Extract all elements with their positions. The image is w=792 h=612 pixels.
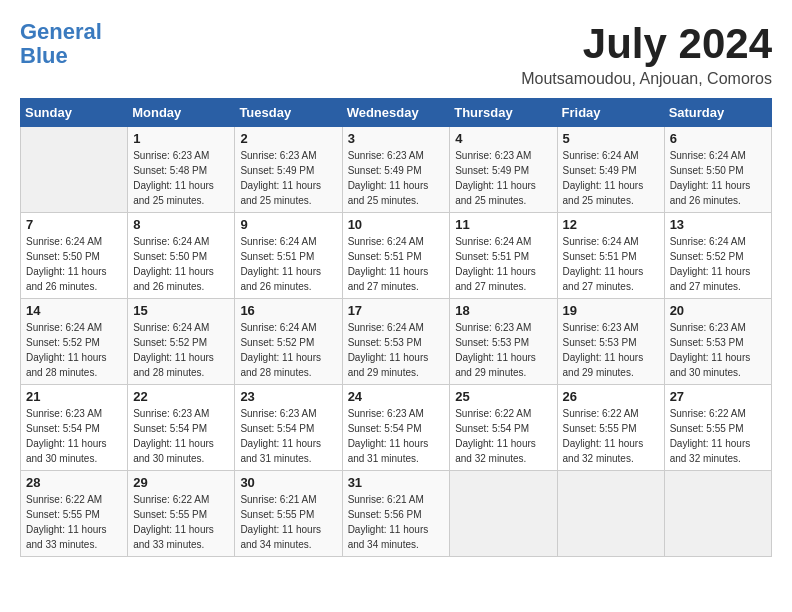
header-row: SundayMondayTuesdayWednesdayThursdayFrid… xyxy=(21,99,772,127)
calendar-cell: 2 Sunrise: 6:23 AMSunset: 5:49 PMDayligh… xyxy=(235,127,342,213)
day-info: Sunrise: 6:23 AMSunset: 5:48 PMDaylight:… xyxy=(133,148,229,208)
calendar-cell: 29 Sunrise: 6:22 AMSunset: 5:55 PMDaylig… xyxy=(128,471,235,557)
day-info: Sunrise: 6:22 AMSunset: 5:55 PMDaylight:… xyxy=(133,492,229,552)
calendar-cell: 11 Sunrise: 6:24 AMSunset: 5:51 PMDaylig… xyxy=(450,213,557,299)
day-info: Sunrise: 6:24 AMSunset: 5:51 PMDaylight:… xyxy=(348,234,445,294)
day-info: Sunrise: 6:23 AMSunset: 5:54 PMDaylight:… xyxy=(133,406,229,466)
day-number: 12 xyxy=(563,217,659,232)
calendar-cell: 25 Sunrise: 6:22 AMSunset: 5:54 PMDaylig… xyxy=(450,385,557,471)
day-info: Sunrise: 6:23 AMSunset: 5:54 PMDaylight:… xyxy=(348,406,445,466)
day-number: 16 xyxy=(240,303,336,318)
day-header-monday: Monday xyxy=(128,99,235,127)
calendar-cell: 26 Sunrise: 6:22 AMSunset: 5:55 PMDaylig… xyxy=(557,385,664,471)
day-number: 22 xyxy=(133,389,229,404)
day-info: Sunrise: 6:21 AMSunset: 5:55 PMDaylight:… xyxy=(240,492,336,552)
day-number: 26 xyxy=(563,389,659,404)
day-info: Sunrise: 6:23 AMSunset: 5:49 PMDaylight:… xyxy=(240,148,336,208)
calendar-cell: 12 Sunrise: 6:24 AMSunset: 5:51 PMDaylig… xyxy=(557,213,664,299)
day-number: 13 xyxy=(670,217,766,232)
day-number: 1 xyxy=(133,131,229,146)
day-number: 18 xyxy=(455,303,551,318)
day-header-wednesday: Wednesday xyxy=(342,99,450,127)
day-number: 20 xyxy=(670,303,766,318)
day-info: Sunrise: 6:23 AMSunset: 5:49 PMDaylight:… xyxy=(455,148,551,208)
calendar-cell: 7 Sunrise: 6:24 AMSunset: 5:50 PMDayligh… xyxy=(21,213,128,299)
day-number: 5 xyxy=(563,131,659,146)
day-number: 29 xyxy=(133,475,229,490)
day-info: Sunrise: 6:24 AMSunset: 5:52 PMDaylight:… xyxy=(670,234,766,294)
day-number: 6 xyxy=(670,131,766,146)
location: Moutsamoudou, Anjouan, Comoros xyxy=(521,70,772,88)
day-number: 17 xyxy=(348,303,445,318)
calendar-cell: 21 Sunrise: 6:23 AMSunset: 5:54 PMDaylig… xyxy=(21,385,128,471)
week-row-5: 28 Sunrise: 6:22 AMSunset: 5:55 PMDaylig… xyxy=(21,471,772,557)
calendar-cell: 3 Sunrise: 6:23 AMSunset: 5:49 PMDayligh… xyxy=(342,127,450,213)
calendar-cell xyxy=(664,471,771,557)
calendar-cell: 28 Sunrise: 6:22 AMSunset: 5:55 PMDaylig… xyxy=(21,471,128,557)
day-number: 2 xyxy=(240,131,336,146)
week-row-3: 14 Sunrise: 6:24 AMSunset: 5:52 PMDaylig… xyxy=(21,299,772,385)
day-number: 9 xyxy=(240,217,336,232)
day-number: 21 xyxy=(26,389,122,404)
day-header-thursday: Thursday xyxy=(450,99,557,127)
logo-text: General Blue xyxy=(20,20,102,68)
day-header-friday: Friday xyxy=(557,99,664,127)
calendar-cell: 27 Sunrise: 6:22 AMSunset: 5:55 PMDaylig… xyxy=(664,385,771,471)
day-number: 8 xyxy=(133,217,229,232)
calendar-cell: 31 Sunrise: 6:21 AMSunset: 5:56 PMDaylig… xyxy=(342,471,450,557)
calendar-cell xyxy=(21,127,128,213)
day-info: Sunrise: 6:23 AMSunset: 5:54 PMDaylight:… xyxy=(26,406,122,466)
calendar-cell: 16 Sunrise: 6:24 AMSunset: 5:52 PMDaylig… xyxy=(235,299,342,385)
day-number: 28 xyxy=(26,475,122,490)
day-number: 24 xyxy=(348,389,445,404)
day-header-saturday: Saturday xyxy=(664,99,771,127)
month-title: July 2024 xyxy=(521,20,772,68)
calendar-cell: 13 Sunrise: 6:24 AMSunset: 5:52 PMDaylig… xyxy=(664,213,771,299)
calendar-cell: 17 Sunrise: 6:24 AMSunset: 5:53 PMDaylig… xyxy=(342,299,450,385)
calendar-cell: 15 Sunrise: 6:24 AMSunset: 5:52 PMDaylig… xyxy=(128,299,235,385)
calendar-cell: 14 Sunrise: 6:24 AMSunset: 5:52 PMDaylig… xyxy=(21,299,128,385)
day-info: Sunrise: 6:23 AMSunset: 5:53 PMDaylight:… xyxy=(670,320,766,380)
calendar-cell: 10 Sunrise: 6:24 AMSunset: 5:51 PMDaylig… xyxy=(342,213,450,299)
day-info: Sunrise: 6:24 AMSunset: 5:50 PMDaylight:… xyxy=(670,148,766,208)
calendar-cell xyxy=(557,471,664,557)
day-info: Sunrise: 6:24 AMSunset: 5:50 PMDaylight:… xyxy=(133,234,229,294)
calendar-cell: 18 Sunrise: 6:23 AMSunset: 5:53 PMDaylig… xyxy=(450,299,557,385)
calendar-cell xyxy=(450,471,557,557)
calendar-cell: 1 Sunrise: 6:23 AMSunset: 5:48 PMDayligh… xyxy=(128,127,235,213)
calendar-cell: 6 Sunrise: 6:24 AMSunset: 5:50 PMDayligh… xyxy=(664,127,771,213)
logo-general: General xyxy=(20,19,102,44)
calendar-cell: 22 Sunrise: 6:23 AMSunset: 5:54 PMDaylig… xyxy=(128,385,235,471)
calendar-cell: 24 Sunrise: 6:23 AMSunset: 5:54 PMDaylig… xyxy=(342,385,450,471)
day-number: 3 xyxy=(348,131,445,146)
day-info: Sunrise: 6:23 AMSunset: 5:53 PMDaylight:… xyxy=(563,320,659,380)
day-info: Sunrise: 6:24 AMSunset: 5:52 PMDaylight:… xyxy=(240,320,336,380)
page-header: General Blue July 2024 Moutsamoudou, Anj… xyxy=(20,20,772,88)
day-number: 27 xyxy=(670,389,766,404)
day-info: Sunrise: 6:24 AMSunset: 5:51 PMDaylight:… xyxy=(563,234,659,294)
day-number: 19 xyxy=(563,303,659,318)
day-info: Sunrise: 6:24 AMSunset: 5:51 PMDaylight:… xyxy=(455,234,551,294)
day-number: 30 xyxy=(240,475,336,490)
day-info: Sunrise: 6:21 AMSunset: 5:56 PMDaylight:… xyxy=(348,492,445,552)
day-number: 10 xyxy=(348,217,445,232)
day-number: 4 xyxy=(455,131,551,146)
title-block: July 2024 Moutsamoudou, Anjouan, Comoros xyxy=(521,20,772,88)
calendar-cell: 5 Sunrise: 6:24 AMSunset: 5:49 PMDayligh… xyxy=(557,127,664,213)
day-number: 14 xyxy=(26,303,122,318)
logo-blue: Blue xyxy=(20,43,68,68)
calendar-cell: 9 Sunrise: 6:24 AMSunset: 5:51 PMDayligh… xyxy=(235,213,342,299)
logo: General Blue xyxy=(20,20,102,68)
day-number: 31 xyxy=(348,475,445,490)
week-row-2: 7 Sunrise: 6:24 AMSunset: 5:50 PMDayligh… xyxy=(21,213,772,299)
day-info: Sunrise: 6:24 AMSunset: 5:51 PMDaylight:… xyxy=(240,234,336,294)
day-number: 7 xyxy=(26,217,122,232)
day-info: Sunrise: 6:24 AMSunset: 5:50 PMDaylight:… xyxy=(26,234,122,294)
calendar-cell: 30 Sunrise: 6:21 AMSunset: 5:55 PMDaylig… xyxy=(235,471,342,557)
day-number: 25 xyxy=(455,389,551,404)
day-info: Sunrise: 6:24 AMSunset: 5:52 PMDaylight:… xyxy=(26,320,122,380)
calendar-table: SundayMondayTuesdayWednesdayThursdayFrid… xyxy=(20,98,772,557)
day-info: Sunrise: 6:23 AMSunset: 5:53 PMDaylight:… xyxy=(455,320,551,380)
week-row-1: 1 Sunrise: 6:23 AMSunset: 5:48 PMDayligh… xyxy=(21,127,772,213)
day-info: Sunrise: 6:24 AMSunset: 5:49 PMDaylight:… xyxy=(563,148,659,208)
